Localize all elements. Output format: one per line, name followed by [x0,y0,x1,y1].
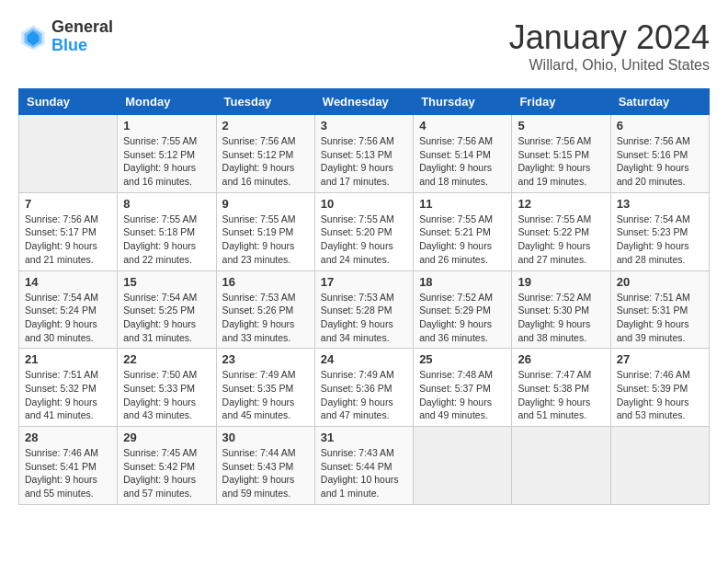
header-cell-wednesday: Wednesday [314,89,413,115]
day-cell: 30Sunrise: 7:44 AMSunset: 5:43 PMDayligh… [216,427,314,505]
day-number: 2 [222,119,309,132]
day-number: 20 [617,275,703,289]
day-number: 16 [222,275,309,289]
day-number: 3 [321,119,407,132]
day-cell: 16Sunrise: 7:53 AMSunset: 5:26 PMDayligh… [216,270,314,349]
header-cell-thursday: Thursday [414,89,512,115]
day-cell: 15Sunrise: 7:54 AMSunset: 5:25 PMDayligh… [118,270,216,349]
day-cell: 9Sunrise: 7:55 AMSunset: 5:19 PMDaylight… [216,192,314,270]
day-number: 21 [25,352,111,366]
day-number: 18 [419,275,506,289]
day-info: Sunrise: 7:55 AMSunset: 5:12 PMDaylight:… [123,134,210,189]
day-info: Sunrise: 7:55 AMSunset: 5:20 PMDaylight:… [321,213,407,267]
day-cell: 5Sunrise: 7:56 AMSunset: 5:15 PMDaylight… [512,115,610,193]
day-info: Sunrise: 7:49 AMSunset: 5:35 PMDaylight:… [222,368,309,422]
day-cell: 21Sunrise: 7:51 AMSunset: 5:32 PMDayligh… [19,349,118,427]
day-info: Sunrise: 7:56 AMSunset: 5:17 PMDaylight:… [25,213,111,267]
day-cell [512,427,610,505]
day-cell: 28Sunrise: 7:46 AMSunset: 5:41 PMDayligh… [19,427,118,505]
month-title: January 2024 [509,18,710,57]
day-cell [19,115,118,193]
header-cell-monday: Monday [118,89,216,115]
day-info: Sunrise: 7:52 AMSunset: 5:29 PMDaylight:… [419,291,506,345]
week-row-5: 28Sunrise: 7:46 AMSunset: 5:41 PMDayligh… [19,427,710,505]
day-number: 14 [25,275,111,289]
day-cell: 10Sunrise: 7:55 AMSunset: 5:20 PMDayligh… [314,192,413,270]
day-cell: 26Sunrise: 7:47 AMSunset: 5:38 PMDayligh… [512,349,610,427]
day-cell: 11Sunrise: 7:55 AMSunset: 5:21 PMDayligh… [414,192,512,270]
day-cell: 7Sunrise: 7:56 AMSunset: 5:17 PMDaylight… [19,192,118,270]
day-cell: 3Sunrise: 7:56 AMSunset: 5:13 PMDaylight… [314,115,413,193]
day-number: 12 [518,197,604,211]
day-info: Sunrise: 7:47 AMSunset: 5:38 PMDaylight:… [518,368,604,422]
day-number: 11 [419,197,506,211]
day-info: Sunrise: 7:56 AMSunset: 5:14 PMDaylight:… [419,134,506,189]
calendar-header: SundayMondayTuesdayWednesdayThursdayFrid… [19,89,710,115]
logo-general: General [51,18,113,37]
day-info: Sunrise: 7:53 AMSunset: 5:26 PMDaylight:… [222,291,309,345]
day-number: 19 [518,275,604,289]
day-number: 10 [321,197,407,211]
day-number: 26 [518,352,604,366]
day-number: 30 [222,431,309,444]
day-cell: 29Sunrise: 7:45 AMSunset: 5:42 PMDayligh… [118,427,216,505]
day-info: Sunrise: 7:56 AMSunset: 5:15 PMDaylight:… [518,134,604,189]
day-info: Sunrise: 7:55 AMSunset: 5:22 PMDaylight:… [518,213,604,267]
day-info: Sunrise: 7:43 AMSunset: 5:44 PMDaylight:… [321,446,407,500]
day-cell: 19Sunrise: 7:52 AMSunset: 5:30 PMDayligh… [512,270,610,349]
day-cell: 20Sunrise: 7:51 AMSunset: 5:31 PMDayligh… [610,270,709,349]
header-cell-saturday: Saturday [610,89,709,115]
day-info: Sunrise: 7:45 AMSunset: 5:42 PMDaylight:… [123,446,210,500]
day-number: 23 [222,352,309,366]
location: Willard, Ohio, United States [509,57,710,74]
day-number: 28 [25,431,111,444]
day-info: Sunrise: 7:55 AMSunset: 5:19 PMDaylight:… [222,213,309,267]
day-cell: 17Sunrise: 7:53 AMSunset: 5:28 PMDayligh… [314,270,413,349]
day-number: 9 [222,197,309,211]
day-number: 22 [123,352,210,366]
header-cell-sunday: Sunday [19,89,118,115]
day-number: 8 [123,197,210,211]
day-cell [414,427,512,505]
day-cell: 1Sunrise: 7:55 AMSunset: 5:12 PMDaylight… [118,115,216,193]
logo-blue: Blue [51,37,113,55]
day-cell: 12Sunrise: 7:55 AMSunset: 5:22 PMDayligh… [512,192,610,270]
day-info: Sunrise: 7:46 AMSunset: 5:41 PMDaylight:… [25,446,111,500]
day-cell: 23Sunrise: 7:49 AMSunset: 5:35 PMDayligh… [216,349,314,427]
day-info: Sunrise: 7:56 AMSunset: 5:16 PMDaylight:… [617,134,703,189]
day-info: Sunrise: 7:56 AMSunset: 5:12 PMDaylight:… [222,134,309,189]
day-number: 13 [617,197,703,211]
day-number: 4 [419,119,506,132]
page-header: General Blue January 2024 Willard, Ohio,… [18,18,710,74]
calendar-table: SundayMondayTuesdayWednesdayThursdayFrid… [18,88,710,505]
week-row-1: 1Sunrise: 7:55 AMSunset: 5:12 PMDaylight… [19,115,710,193]
week-row-3: 14Sunrise: 7:54 AMSunset: 5:24 PMDayligh… [19,270,710,349]
day-info: Sunrise: 7:54 AMSunset: 5:25 PMDaylight:… [123,291,210,345]
day-cell: 18Sunrise: 7:52 AMSunset: 5:29 PMDayligh… [414,270,512,349]
calendar-body: 1Sunrise: 7:55 AMSunset: 5:12 PMDaylight… [19,115,710,505]
day-info: Sunrise: 7:51 AMSunset: 5:32 PMDaylight:… [25,368,111,422]
day-cell: 24Sunrise: 7:49 AMSunset: 5:36 PMDayligh… [314,349,413,427]
day-cell [610,427,709,505]
day-info: Sunrise: 7:53 AMSunset: 5:28 PMDaylight:… [321,291,407,345]
header-cell-friday: Friday [512,89,610,115]
day-cell: 27Sunrise: 7:46 AMSunset: 5:39 PMDayligh… [610,349,709,427]
header-cell-tuesday: Tuesday [216,89,314,115]
day-cell: 13Sunrise: 7:54 AMSunset: 5:23 PMDayligh… [610,192,709,270]
day-cell: 25Sunrise: 7:48 AMSunset: 5:37 PMDayligh… [414,349,512,427]
day-info: Sunrise: 7:54 AMSunset: 5:24 PMDaylight:… [25,291,111,345]
day-number: 6 [617,119,703,132]
day-info: Sunrise: 7:56 AMSunset: 5:13 PMDaylight:… [321,134,407,189]
day-number: 17 [321,275,407,289]
day-info: Sunrise: 7:44 AMSunset: 5:43 PMDaylight:… [222,446,309,500]
week-row-2: 7Sunrise: 7:56 AMSunset: 5:17 PMDaylight… [19,192,710,270]
day-number: 27 [617,352,703,366]
day-info: Sunrise: 7:55 AMSunset: 5:21 PMDaylight:… [419,213,506,267]
title-block: January 2024 Willard, Ohio, United State… [509,18,710,74]
day-cell: 14Sunrise: 7:54 AMSunset: 5:24 PMDayligh… [19,270,118,349]
day-info: Sunrise: 7:46 AMSunset: 5:39 PMDaylight:… [617,368,703,422]
day-cell: 31Sunrise: 7:43 AMSunset: 5:44 PMDayligh… [314,427,413,505]
day-info: Sunrise: 7:50 AMSunset: 5:33 PMDaylight:… [123,368,210,422]
day-number: 15 [123,275,210,289]
day-cell: 2Sunrise: 7:56 AMSunset: 5:12 PMDaylight… [216,115,314,193]
